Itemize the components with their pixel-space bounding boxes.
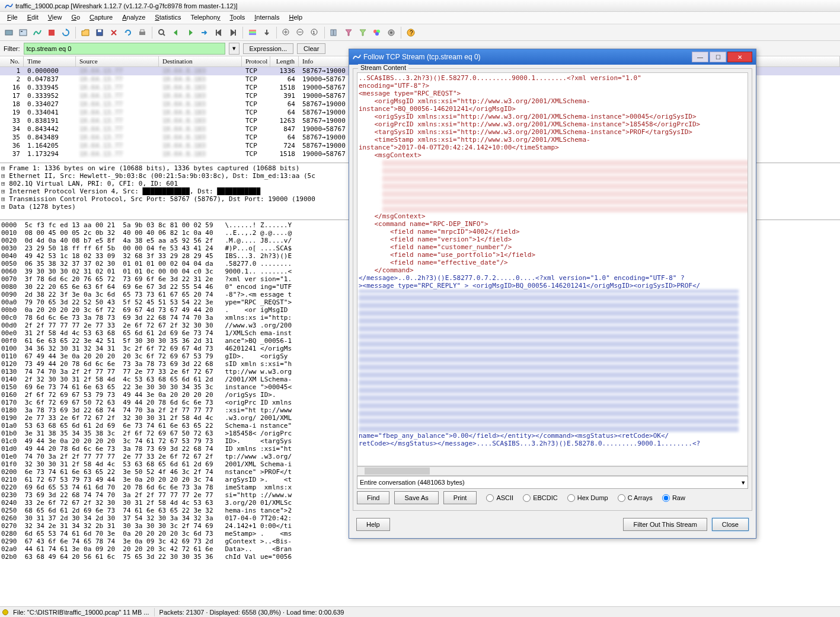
goto-last-icon[interactable] [226,26,239,39]
menu-go[interactable]: Go [66,12,85,24]
menu-tools[interactable]: Tools [225,12,250,24]
colorize-icon[interactable] [246,26,259,39]
app-icon [5,2,13,10]
col-destination[interactable]: Destination [159,56,242,66]
svg-rect-10 [249,30,256,31]
expert-info-icon[interactable] [2,609,8,615]
minimize-button[interactable]: — [692,52,708,62]
capture-filters-icon[interactable] [342,26,355,39]
main-toolbar: 1 ? [0,24,840,41]
menu-telephony[interactable]: Telephony [186,12,225,24]
zoom-in-icon[interactable] [280,26,293,39]
preferences-icon[interactable] [385,26,398,39]
filter-input[interactable] [24,43,225,55]
col-protocol[interactable]: Protocol [242,56,270,66]
menu-file[interactable]: File [2,12,23,24]
menu-internals[interactable]: Internals [250,12,284,24]
print-icon[interactable] [136,26,149,39]
menu-capture[interactable]: Capture [85,12,117,24]
find-icon[interactable] [155,26,168,39]
menu-statistics[interactable]: Statistics [150,12,186,24]
stop-capture-icon[interactable] [45,26,58,39]
svg-rect-2 [21,31,23,32]
maximize-button[interactable]: ☐ [710,52,726,62]
interfaces-icon[interactable] [2,26,15,39]
svg-text:?: ? [410,30,413,36]
col-no[interactable]: No. [0,56,24,66]
request-text-2: </msgContext> <command name="RPC-DEP_INF… [359,212,746,274]
window-title: traffic_19000.pcap [Wireshark 1.12.7 (v1… [15,2,238,9]
col-time[interactable]: Time [24,56,76,66]
clear-button[interactable]: Clear [297,43,325,54]
svg-rect-17 [331,30,333,36]
dialog-titlebar[interactable]: Follow TCP Stream (tcp.stream eq 0) — ☐ … [349,49,756,65]
svg-rect-5 [98,30,101,32]
help-icon[interactable]: ? [404,26,417,39]
menu-analyze[interactable]: Analyze [117,12,150,24]
go-back-icon[interactable] [170,26,183,39]
go-forward-icon[interactable] [184,26,197,39]
menu-edit[interactable]: Edit [23,12,43,24]
menu-view[interactable]: View [43,12,67,24]
filter-label: Filter: [4,45,20,52]
svg-point-23 [390,31,392,34]
conversation-label: Entire conversation (4481063 bytes) [360,479,465,486]
coloring-rules-icon[interactable] [371,26,384,39]
redacted-block-2 [359,290,739,432]
svg-text:1: 1 [312,30,315,35]
ebcdic-radio[interactable]: EBCDIC [523,494,558,502]
follow-tcp-stream-dialog: Follow TCP Stream (tcp.stream eq 0) — ☐ … [349,49,756,539]
save-as-button[interactable]: Save As [394,491,438,504]
help-button[interactable]: Help [356,518,390,531]
group-label: Stream Content [358,64,408,71]
svg-rect-1 [20,30,27,36]
zoom-out-icon[interactable] [294,26,307,39]
menu-help[interactable]: Help [284,12,307,24]
svg-rect-11 [249,31,256,33]
svg-rect-0 [5,30,12,35]
stream-textarea[interactable]: ..SCA$IBS...3.2h?3)()E.58277.0.........9… [357,72,748,466]
save-icon[interactable] [93,26,106,39]
options-icon[interactable] [17,26,30,39]
goto-packet-icon[interactable] [198,26,211,39]
raw-radio[interactable]: Raw [662,494,685,502]
expression-button[interactable]: Expression... [243,43,294,54]
col-length[interactable]: Length [270,56,299,66]
svg-line-9 [163,34,165,36]
horizontal-scrollbar[interactable] [357,466,748,476]
ascii-radio[interactable]: ASCII [486,494,513,502]
redacted-block [382,159,748,212]
auto-scroll-icon[interactable] [260,26,273,39]
close-window-button[interactable]: ✕ [727,52,752,62]
find-button[interactable]: Find [357,491,389,504]
display-filters-icon[interactable] [356,26,369,39]
close-file-icon[interactable] [107,26,120,39]
svg-rect-12 [249,33,256,35]
goto-first-icon[interactable] [212,26,225,39]
statusbar: File: "C:\DISTRIB\traffic_19000.pcap" 11… [0,606,840,617]
svg-point-8 [159,30,164,34]
filter-dropdown-icon[interactable]: ▾ [229,43,239,55]
col-source[interactable]: Source [76,56,159,66]
reply-text-2: name="fbep_any_balance">0.00</field></en… [359,432,746,447]
status-packets: Packets: 21307 · Displayed: 6558 (30,8%)… [159,609,344,616]
resize-columns-icon[interactable] [328,26,341,39]
conversation-selector[interactable]: Entire conversation (4481063 bytes) ▾ [357,476,748,489]
window-titlebar: traffic_19000.pcap [Wireshark 1.12.7 (v1… [0,0,840,12]
carrays-radio[interactable]: C Arrays [618,494,653,502]
start-capture-icon[interactable] [31,26,44,39]
zoom-reset-icon[interactable]: 1 [308,26,321,39]
stream-content-group: Stream Content ..SCA$IBS...3.2h?3)()E.58… [353,68,752,511]
close-button[interactable]: Close [712,518,749,531]
open-icon[interactable] [79,26,92,39]
status-file: File: "C:\DISTRIB\traffic_19000.pcap" 11… [13,609,149,616]
restart-capture-icon[interactable] [59,26,72,39]
dialog-title: Follow TCP Stream (tcp.stream eq 0) [363,53,481,61]
svg-rect-7 [140,30,144,32]
svg-rect-18 [334,30,336,36]
filter-out-button[interactable]: Filter Out This Stream [623,518,707,531]
dialog-icon [353,53,361,61]
print-button[interactable]: Print [443,491,477,504]
hexdump-radio[interactable]: Hex Dump [567,494,608,502]
reload-icon[interactable] [122,26,135,39]
